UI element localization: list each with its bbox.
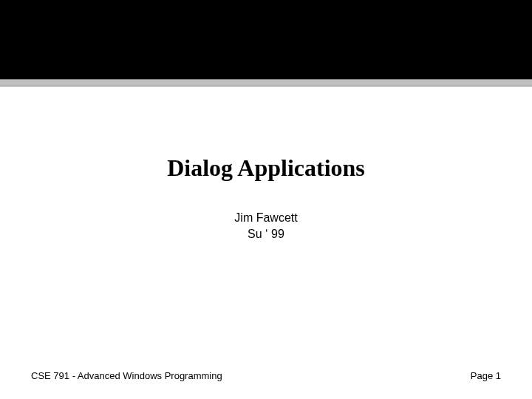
horizontal-divider <box>0 79 532 86</box>
footer-page: Page 1 <box>471 370 501 381</box>
slide-title: Dialog Applications <box>0 154 532 182</box>
slide-author: Jim Fawcett <box>0 211 532 225</box>
top-black-band <box>0 0 532 79</box>
slide-content: Dialog Applications Jim Fawcett Su ‘ 99 <box>0 86 532 241</box>
footer-course: CSE 791 - Advanced Windows Programming <box>31 370 222 381</box>
slide-term: Su ‘ 99 <box>0 228 532 241</box>
